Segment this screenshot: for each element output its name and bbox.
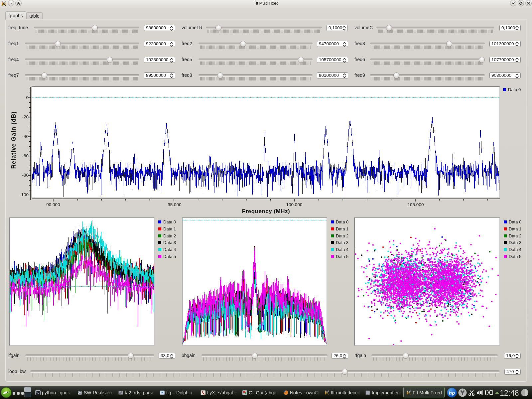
svg-text:hp: hp	[449, 390, 455, 396]
